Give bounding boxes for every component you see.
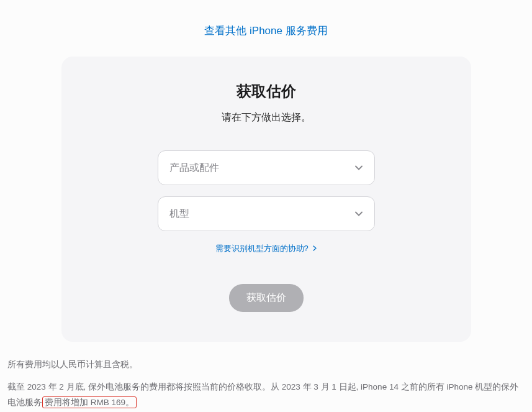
footnote-price-change: 截至 2023 年 2 月底, 保外电池服务的费用都将按照当前的价格收取。从 2… (7, 379, 525, 411)
model-select-placeholder: 机型 (169, 208, 189, 221)
chevron-down-icon (354, 209, 363, 218)
get-estimate-button[interactable]: 获取估价 (229, 284, 304, 312)
identify-model-help-link[interactable]: 需要识别机型方面的协助? (215, 244, 317, 253)
chevron-right-icon (313, 244, 317, 253)
chevron-down-icon (354, 163, 363, 172)
price-increase-highlight: 费用将增加 RMB 169。 (42, 396, 137, 408)
card-subtitle: 请在下方做出选择。 (86, 111, 446, 124)
help-link-label: 需要识别机型方面的协助? (215, 244, 309, 253)
product-select[interactable]: 产品或配件 (158, 150, 375, 185)
product-select-placeholder: 产品或配件 (169, 162, 219, 175)
model-select[interactable]: 机型 (158, 196, 375, 231)
card-title: 获取估价 (86, 81, 446, 101)
footnote-tax: 所有费用均以人民币计算且含税。 (7, 357, 525, 373)
other-service-fees-link[interactable]: 查看其他 iPhone 服务费用 (204, 25, 327, 37)
footnotes: 所有费用均以人民币计算且含税。 截至 2023 年 2 月底, 保外电池服务的费… (0, 342, 532, 411)
estimate-card: 获取估价 请在下方做出选择。 产品或配件 机型 需要识别机型方面的协助? 获取估… (61, 57, 471, 342)
